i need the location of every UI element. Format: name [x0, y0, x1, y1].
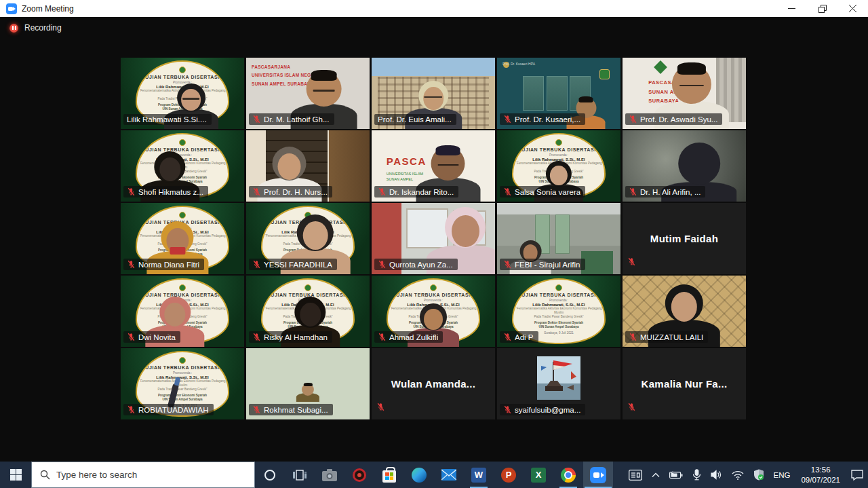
participant-tile[interactable]: syaifulsuib@gma... — [497, 348, 620, 419]
defender-button[interactable] — [749, 462, 769, 488]
microphone-tray-button[interactable] — [688, 462, 706, 488]
participant-tile[interactable]: UJIAN TERBUKA DISERTASI Promovenda : Lil… — [497, 276, 620, 347]
slide-title: UJIAN TERBUKA DISERTASI — [137, 75, 228, 79]
minimize-button[interactable] — [776, 0, 807, 17]
battery-button[interactable] — [665, 462, 688, 488]
university-logo — [430, 284, 437, 291]
task-view-button[interactable] — [285, 462, 315, 488]
participant-tile[interactable]: Prof. Dr. Kusaeri HPAProf. Dr. Kusaeri,.… — [497, 58, 620, 129]
driver-utility-button[interactable] — [344, 462, 374, 488]
slide-title: UJIAN TERBUKA DISERTASI — [513, 147, 604, 152]
slide-institution: UIN Sunan Ampel Surabaya — [513, 325, 604, 329]
edge-button[interactable] — [404, 462, 434, 488]
muted-mic-icon — [503, 187, 512, 196]
camera-app-button[interactable] — [315, 462, 344, 488]
battery-icon — [669, 471, 683, 479]
start-button[interactable] — [0, 462, 31, 488]
language-indicator[interactable]: ENG — [769, 462, 795, 488]
action-center-button[interactable] — [846, 462, 868, 488]
muted-mic-icon — [252, 187, 261, 196]
muted-mic-icon — [627, 402, 636, 414]
muted-mic-icon — [252, 405, 261, 414]
zoom-app-icon — [6, 3, 17, 14]
video-grid: UJIAN TERBUKA DISERTASI Promovenda : Lil… — [121, 58, 746, 419]
task-view-icon — [293, 470, 307, 481]
news-icon — [629, 470, 642, 481]
participant-tile[interactable]: MUIZZATUL LAILI — [623, 276, 746, 347]
participant-tile[interactable]: UJIAN TERBUKA DISERTASI Promovenda : Lil… — [121, 130, 244, 202]
university-logo — [179, 67, 186, 73]
taskbar-search[interactable] — [31, 462, 255, 488]
muted-mic-icon — [627, 257, 636, 269]
slide-promovenda: Promovenda : — [388, 299, 479, 302]
participant-name-label: syaifulsuib@gma... — [500, 404, 585, 415]
search-input[interactable] — [56, 470, 226, 480]
participant-tile[interactable]: UJIAN TERBUKA DISERTASI Promovenda : Lil… — [497, 130, 620, 202]
word-button[interactable]: W — [464, 462, 494, 488]
participant-tile[interactable]: Prof. Dr. Euis Amali... — [372, 58, 495, 129]
participant-name-label: Dwi Novita — [123, 331, 180, 343]
cortana-button[interactable] — [255, 462, 285, 488]
red-utility-icon — [353, 468, 366, 482]
search-icon — [40, 470, 50, 480]
recording-indicator[interactable]: Recording — [9, 23, 62, 33]
mail-icon — [441, 469, 456, 481]
participant-tile[interactable]: FEBI - Sirajul Arifin — [497, 203, 620, 274]
excel-button[interactable]: X — [524, 462, 553, 488]
participant-tile[interactable]: UJIAN TERBUKA DISERTASI Promovenda : Lil… — [121, 276, 244, 347]
powerpoint-button[interactable]: P — [494, 462, 524, 488]
participant-person — [296, 383, 319, 402]
wifi-button[interactable] — [727, 462, 749, 488]
participant-name-label: Dr. Iskandar Rito... — [374, 186, 458, 198]
close-button[interactable] — [837, 0, 868, 17]
window-titlebar: Zoom Meeting — [0, 0, 868, 17]
participant-tile[interactable]: Qurrota Ayun Za... — [372, 203, 495, 274]
clock[interactable]: 13:56 09/07/2021 — [795, 462, 846, 488]
slide-title: UJIAN TERBUKA DISERTASI — [388, 293, 479, 297]
participant-name-label: Dr. H. Ali Arifin, ... — [625, 186, 705, 198]
participant-name-label: Qurrota Ayun Za... — [374, 259, 458, 270]
volume-button[interactable] — [706, 462, 727, 488]
participant-name-centered: Kamalia Nur Fa... — [623, 348, 746, 419]
participant-tile[interactable]: Wulan Amanda... — [372, 348, 495, 419]
participant-tile[interactable]: UJIAN TERBUKA DISERTASI Promovenda : Lil… — [246, 276, 370, 347]
zoom-taskbar-button[interactable] — [583, 462, 613, 488]
participant-tile[interactable]: Kamalia Nur Fa... — [623, 348, 746, 419]
chevron-up-icon — [652, 472, 660, 478]
tray-expand-button[interactable] — [647, 462, 665, 488]
chrome-button[interactable] — [553, 462, 583, 488]
news-interests-button[interactable] — [624, 462, 647, 488]
recording-pause-icon[interactable] — [9, 24, 18, 33]
participant-name-label: Prof. Dr. Aswadi Syu... — [625, 113, 722, 125]
participant-tile[interactable]: UJIAN TERBUKA DISERTASI Promovenda : Lil… — [372, 276, 495, 347]
participant-tile[interactable]: UJIAN TERBUKA DISERTASI Promovenda : Lil… — [121, 348, 244, 419]
participant-tile[interactable]: PASCASARJANAUNIVERSITAS ISLAM NEGERISUNA… — [246, 58, 370, 129]
participant-tile[interactable]: Rokhmat Subagi... — [246, 348, 370, 419]
participant-name-centered: Wulan Amanda... — [372, 348, 495, 419]
participant-name-label: Prof. Dr. Euis Amali... — [374, 114, 456, 125]
window-title: Zoom Meeting — [22, 4, 74, 14]
participant-tile[interactable]: Mutim Faidah — [623, 203, 746, 274]
defender-shield-icon — [753, 469, 764, 481]
university-logo — [179, 139, 186, 146]
muted-mic-icon — [127, 187, 136, 196]
muted-mic-icon — [376, 402, 385, 414]
university-logo — [555, 139, 562, 146]
participant-tile[interactable]: UJIAN TERBUKA DISERTASI Promovenda : Lil… — [121, 203, 244, 274]
participant-tile[interactable]: PASCASARJANASUNAN AMPELSURABAYAProf. Dr.… — [623, 58, 746, 129]
participant-tile[interactable]: UJIAN TERBUKA DISERTASI Promovenda : Lil… — [246, 203, 370, 274]
participant-tile[interactable]: PASCAUNIVERSITAS ISLAMSUNAN AMPELDr. Isk… — [372, 130, 495, 202]
participant-name-label: Ahmad Zulkifli — [374, 331, 443, 343]
restore-button[interactable] — [807, 0, 837, 17]
participant-name-label: Lilik Rahmawati S.Si.... — [123, 114, 212, 125]
microsoft-store-button[interactable] — [374, 462, 404, 488]
participant-tile[interactable]: Prof. Dr. H. Nurs... — [246, 130, 370, 202]
university-logo — [304, 284, 311, 291]
university-logo — [555, 284, 562, 291]
participant-tile[interactable]: Dr. H. Ali Arifin, ... — [623, 130, 746, 202]
participant-name-label: Prof. Dr. Kusaeri,... — [500, 113, 585, 125]
clock-time: 13:56 — [811, 465, 831, 474]
mail-button[interactable] — [434, 462, 464, 488]
zoom-icon — [590, 467, 606, 483]
participant-tile[interactable]: UJIAN TERBUKA DISERTASI Promovenda : Lil… — [121, 58, 244, 129]
